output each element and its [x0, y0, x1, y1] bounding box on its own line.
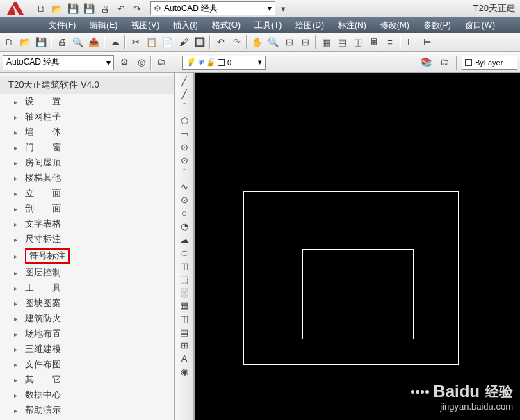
- match-icon[interactable]: 🖌: [176, 35, 191, 50]
- expand-icon[interactable]: ▸: [14, 159, 21, 167]
- draw-tool-icon[interactable]: A: [177, 352, 192, 365]
- paste-icon[interactable]: 📄: [160, 35, 175, 50]
- expand-icon[interactable]: ▸: [14, 284, 21, 292]
- dropdown-arrow-icon[interactable]: ▾: [275, 1, 291, 15]
- print-preview-icon[interactable]: 🔍: [70, 35, 86, 50]
- menu-item[interactable]: 视图(V): [124, 17, 166, 33]
- rectangle-inner[interactable]: [302, 249, 414, 339]
- tree-item[interactable]: ▸房间屋顶: [0, 155, 174, 170]
- dim-align-icon[interactable]: ⊨: [419, 35, 434, 50]
- tree-item[interactable]: ▸三维建模: [0, 341, 174, 357]
- tree-item[interactable]: ▸场地布置: [0, 326, 174, 341]
- zoom-icon[interactable]: 🔍: [266, 35, 281, 50]
- zoom-window-icon[interactable]: ⊡: [282, 35, 297, 50]
- tree-item[interactable]: ▸数据中心: [0, 387, 174, 403]
- saveas-icon[interactable]: 💾: [81, 1, 97, 15]
- expand-icon[interactable]: ▸: [14, 190, 21, 197]
- drawing-canvas[interactable]: Baidu 经验 jingyan.baidu.com: [195, 73, 520, 420]
- draw-tool-icon[interactable]: ░: [177, 286, 192, 299]
- open-icon[interactable]: 📂: [17, 35, 33, 50]
- workspace-dropdown-top[interactable]: ⚙ AutoCAD 经典 ▾: [150, 1, 275, 15]
- tree-item[interactable]: ▸文件布图: [0, 357, 174, 372]
- tree-item[interactable]: ▸图层控制: [0, 265, 174, 280]
- expand-icon[interactable]: ▸: [14, 407, 21, 414]
- menu-item[interactable]: 文件(F): [42, 17, 83, 33]
- expand-icon[interactable]: ▸: [14, 236, 21, 243]
- print-icon[interactable]: 🖨: [54, 35, 70, 50]
- menu-item[interactable]: 编辑(E): [83, 17, 124, 33]
- menu-item[interactable]: 工具(T): [247, 17, 289, 33]
- draw-tool-icon[interactable]: ▭: [177, 127, 192, 140]
- undo-icon[interactable]: ↶: [113, 1, 129, 15]
- tree-item[interactable]: ▸其 它: [0, 372, 174, 387]
- tree-item[interactable]: ▸图块图案: [0, 296, 174, 311]
- draw-tool-icon[interactable]: ◫: [177, 312, 192, 325]
- workspace-gear-icon[interactable]: ⚙: [117, 55, 132, 70]
- menu-item[interactable]: 插入(I): [166, 17, 204, 33]
- tree-item[interactable]: ▸符号标注: [0, 247, 174, 265]
- new-icon[interactable]: 🗋: [1, 35, 17, 50]
- draw-tool-icon[interactable]: ▦: [177, 299, 192, 312]
- expand-icon[interactable]: ▸: [14, 252, 21, 260]
- cut-icon[interactable]: ✂: [128, 35, 143, 50]
- cloud-icon[interactable]: ☁: [107, 35, 122, 50]
- undo-icon[interactable]: ↶: [213, 35, 228, 50]
- draw-tool-icon[interactable]: ◔: [177, 220, 192, 233]
- tree-item[interactable]: ▸剖 面: [0, 201, 174, 216]
- blocks-icon[interactable]: 🔲: [192, 35, 207, 50]
- expand-icon[interactable]: ▸: [14, 300, 21, 307]
- menu-item[interactable]: 窗口(W): [458, 17, 502, 33]
- dim-linear-icon[interactable]: ⊢: [403, 35, 419, 50]
- color-dropdown[interactable]: ByLayer: [462, 56, 517, 70]
- tree-item[interactable]: ▸设 置: [0, 94, 174, 109]
- expand-icon[interactable]: ▸: [14, 129, 21, 136]
- calc-icon[interactable]: 🖩: [366, 35, 382, 50]
- tree-item[interactable]: ▸帮助演示: [0, 403, 174, 418]
- workspace-save-icon[interactable]: ◎: [133, 55, 149, 70]
- draw-tool-icon[interactable]: ▤: [177, 325, 192, 339]
- expand-icon[interactable]: ▸: [14, 113, 21, 121]
- draw-tool-icon[interactable]: ○: [177, 207, 192, 220]
- draw-tool-icon[interactable]: ☁: [177, 233, 192, 246]
- draw-tool-icon[interactable]: ⊙: [177, 193, 192, 207]
- new-icon[interactable]: 🗋: [33, 1, 49, 15]
- expand-icon[interactable]: ▸: [14, 205, 21, 213]
- menu-item[interactable]: 标注(N): [331, 17, 373, 33]
- expand-icon[interactable]: ▸: [14, 315, 21, 323]
- draw-tool-icon[interactable]: ⊞: [177, 339, 192, 352]
- tree-item[interactable]: ▸立 面: [0, 186, 174, 201]
- draw-tool-icon[interactable]: ◉: [177, 365, 192, 378]
- draw-tool-icon[interactable]: ╱: [177, 74, 192, 88]
- redo-icon[interactable]: ↷: [129, 1, 145, 15]
- print-icon[interactable]: 🖨: [97, 1, 113, 15]
- layer-tool-icon[interactable]: 📚: [419, 55, 434, 70]
- tree-item[interactable]: ▸门 窗: [0, 140, 174, 155]
- draw-tool-icon[interactable]: ⬚: [177, 273, 192, 286]
- expand-icon[interactable]: ▸: [14, 346, 21, 353]
- tree-item[interactable]: ▸文字表格: [0, 216, 174, 232]
- tree-item[interactable]: ▸墙 体: [0, 124, 174, 140]
- expand-icon[interactable]: ▸: [14, 144, 21, 152]
- sheets-icon[interactable]: ▤: [334, 35, 350, 50]
- copy-icon[interactable]: 📋: [144, 35, 159, 50]
- draw-tool-icon[interactable]: ⬭: [177, 246, 192, 259]
- open-icon[interactable]: 📂: [49, 1, 65, 15]
- markup-icon[interactable]: ≡: [382, 35, 398, 50]
- save-icon[interactable]: 💾: [65, 1, 81, 15]
- draw-tool-icon[interactable]: ⬠: [177, 114, 192, 127]
- tool-palette-icon[interactable]: ◫: [350, 35, 366, 50]
- properties-icon[interactable]: ▦: [318, 35, 334, 50]
- redo-icon[interactable]: ↷: [229, 35, 244, 50]
- expand-icon[interactable]: ▸: [14, 98, 21, 106]
- draw-tool-icon[interactable]: ⌒: [177, 101, 192, 114]
- expand-icon[interactable]: ▸: [14, 330, 21, 338]
- menu-item[interactable]: 修改(M): [373, 17, 416, 33]
- expand-icon[interactable]: ▸: [14, 391, 21, 399]
- draw-tool-icon[interactable]: ⌒: [177, 167, 192, 180]
- tree-item[interactable]: ▸轴网柱子: [0, 109, 174, 124]
- expand-icon[interactable]: ▸: [14, 269, 21, 277]
- draw-tool-icon[interactable]: ⊙: [177, 140, 192, 154]
- expand-icon[interactable]: ▸: [14, 175, 21, 182]
- tree-item[interactable]: ▸建筑防火: [0, 311, 174, 326]
- expand-icon[interactable]: ▸: [14, 361, 21, 369]
